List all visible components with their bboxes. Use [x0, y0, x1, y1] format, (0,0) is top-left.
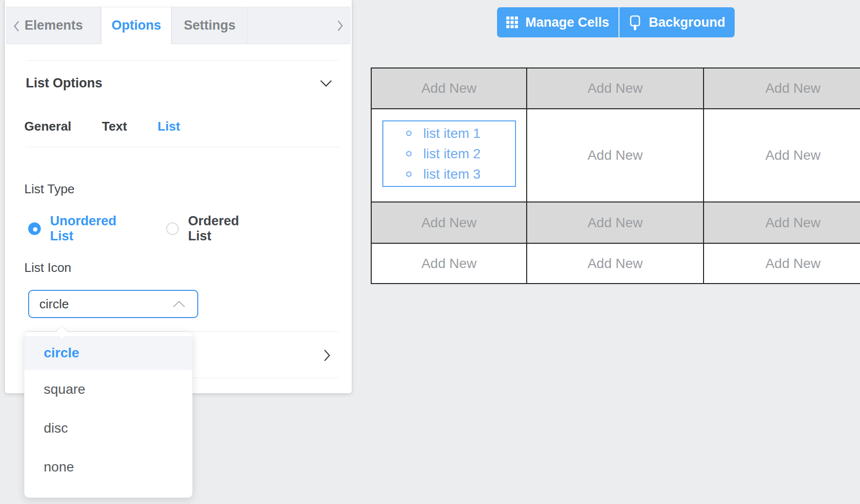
add-new-cell[interactable]: Add New [527, 109, 704, 202]
background-button[interactable]: Background [619, 7, 735, 37]
table-row: list item 1 list item 2 list item 3 Add … [372, 109, 860, 202]
list-icon-label: List Icon [24, 260, 71, 275]
radio-unselected-icon [166, 222, 179, 235]
divider [26, 147, 339, 147]
tab-label: Settings [184, 18, 236, 33]
row-toolbar: Manage Cells Background [497, 7, 735, 37]
add-new-cell[interactable]: Add New [372, 202, 527, 244]
tab-label: Options [112, 18, 161, 33]
chevron-up-icon [172, 300, 186, 308]
cells-table: Add New Add New Add New list item 1 list… [371, 67, 860, 284]
add-new-cell[interactable]: Add New [527, 244, 704, 283]
add-new-cell[interactable]: Add New [372, 68, 527, 109]
add-new-label: Add New [587, 256, 643, 271]
add-new-cell[interactable]: Add New [704, 244, 860, 283]
add-new-cell[interactable]: Add New [372, 244, 527, 283]
chevron-right-icon[interactable] [336, 19, 344, 32]
add-new-label: Add New [587, 215, 643, 231]
radio-label: Unordered List [50, 214, 117, 244]
list-item-text: list item 1 [423, 126, 481, 141]
add-new-label: Add New [765, 148, 821, 163]
page-builder: Elements Options Settings List Options G… [0, 0, 860, 504]
list-type-label: List Type [24, 182, 75, 197]
radio-selected-icon [28, 222, 41, 235]
dropdown-option-circle[interactable]: circle [24, 336, 192, 370]
add-new-label: Add New [421, 256, 477, 271]
table-row: Add New Add New Add New [372, 244, 860, 283]
chevron-down-icon[interactable] [320, 80, 332, 87]
add-new-label: Add New [765, 81, 821, 96]
list-item: list item 2 [406, 144, 481, 164]
tab-settings[interactable]: Settings [172, 7, 248, 44]
radio-ordered-list[interactable]: Ordered List [166, 214, 239, 244]
add-new-cell[interactable]: Add New [527, 68, 704, 109]
table-row: Add New Add New Add New [372, 68, 860, 109]
list-icon-dropdown: circle square disc none [24, 332, 192, 498]
list-element-cell: list item 1 list item 2 list item 3 [372, 109, 527, 202]
list-item-text: list item 3 [423, 167, 481, 182]
divider [26, 60, 339, 61]
add-new-label: Add New [587, 148, 643, 163]
dropdown-option-none[interactable]: none [24, 448, 192, 487]
dropdown-option-square[interactable]: square [24, 370, 192, 409]
add-new-label: Add New [421, 81, 477, 96]
dropdown-option-disc[interactable]: disc [24, 409, 192, 448]
table-row: Add New Add New Add New [372, 202, 860, 244]
grid-icon [506, 17, 518, 28]
subtab-text[interactable]: Text [102, 119, 127, 134]
chevron-right-icon[interactable] [323, 349, 331, 362]
chevron-left-icon[interactable] [13, 20, 20, 33]
subtab-general[interactable]: General [24, 119, 71, 134]
list-item-text: list item 2 [423, 146, 481, 162]
add-new-cell[interactable]: Add New [704, 202, 860, 244]
option-subtabs: General Text List [24, 119, 180, 134]
add-new-label: Add New [765, 256, 821, 271]
add-new-label: Add New [421, 215, 477, 231]
list-item: list item 1 [406, 123, 481, 144]
button-label: Manage Cells [525, 15, 609, 30]
tab-elements[interactable]: Elements [6, 7, 101, 44]
manage-cells-button[interactable]: Manage Cells [497, 7, 619, 37]
panel-tab-bar: Elements Options Settings [6, 7, 350, 44]
radio-unordered-list[interactable]: Unordered List [28, 214, 117, 244]
add-new-cell[interactable]: Add New [704, 68, 860, 109]
selected-list-element[interactable]: list item 1 list item 2 list item 3 [382, 120, 516, 187]
add-new-label: Add New [765, 215, 821, 231]
add-new-label: Add New [587, 81, 643, 96]
tab-scroll-area [248, 7, 350, 44]
circle-bullet-icon [406, 151, 412, 156]
radio-label: Ordered List [188, 214, 239, 244]
list-item: list item 3 [406, 164, 481, 185]
tab-options[interactable]: Options [101, 7, 172, 44]
list-icon-select[interactable]: circle [28, 290, 198, 318]
add-new-cell[interactable]: Add New [704, 109, 860, 202]
select-value: circle [39, 297, 69, 312]
paint-handle-icon [629, 15, 641, 31]
tab-label: Elements [24, 18, 83, 33]
button-label: Background [649, 15, 725, 30]
section-title: List Options [26, 76, 103, 91]
subtab-list[interactable]: List [157, 119, 180, 134]
divider [26, 331, 339, 332]
circle-bullet-icon [406, 131, 412, 136]
circle-bullet-icon [406, 171, 412, 177]
add-new-cell[interactable]: Add New [527, 202, 704, 244]
